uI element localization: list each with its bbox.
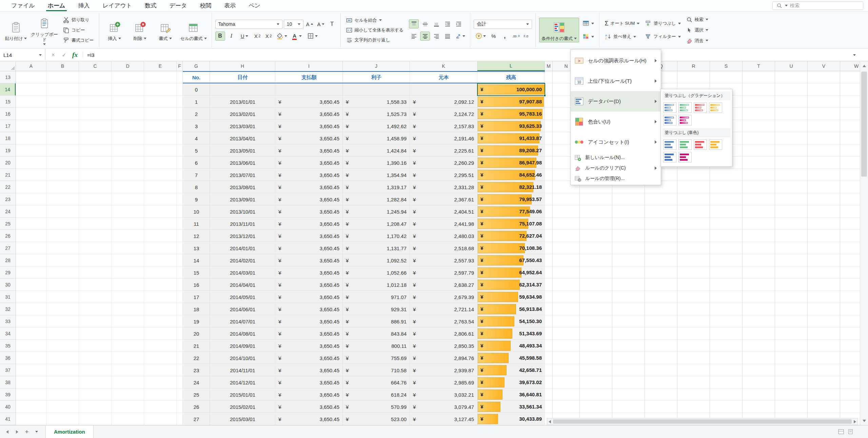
cell-K37[interactable]: ¥2,939.87 [410,364,477,376]
column-header-L[interactable]: L [477,61,545,71]
cell-J18[interactable]: ¥1,458.99 [343,132,410,144]
add-sheet-button[interactable]: + [22,427,31,436]
cell-K41[interactable]: ¥3,127.45 [410,413,477,425]
row-header-28[interactable]: 28 [0,254,16,266]
name-box[interactable]: L14 [0,49,45,61]
column-header-S[interactable]: S [710,61,743,71]
column-header-I[interactable]: I [275,61,343,71]
cell-H38[interactable]: 2014/12/01 [210,376,275,389]
sort-button[interactable]: AZ並べ替え [603,32,641,41]
cell-J41[interactable]: ¥523.00 [343,413,410,425]
cell-H30[interactable]: 2014/04/01 [210,279,275,291]
cell-K23[interactable]: ¥2,367.61 [410,193,477,205]
scroll-up-button[interactable] [860,61,868,70]
cell-H25[interactable]: 2013/11/01 [210,218,275,230]
cell-I29[interactable]: ¥3,650.45 [275,266,343,279]
cell-H28[interactable]: 2014/02/01 [210,254,275,266]
menu-item-new-rule[interactable]: 新しいルール(N)... [571,152,661,163]
cell-G25[interactable]: 11 [183,218,210,230]
databar-style-gradient-3[interactable] [709,102,722,113]
cell-I28[interactable]: ¥3,650.45 [275,254,343,266]
previous-sheet-button[interactable] [3,427,12,436]
cell-I21[interactable]: ¥3,650.45 [275,169,343,181]
cell-I34[interactable]: ¥3,650.45 [275,327,343,340]
page-layout-view-icon[interactable] [847,429,854,435]
cell-L35[interactable]: ¥48,493.34 [477,340,545,352]
menu-item-highlight-cells[interactable]: >セルの強調表示ルール(H) [571,51,661,71]
cell-I31[interactable]: ¥3,650.45 [275,291,343,303]
cell-H26[interactable]: 2013/12/01 [210,230,275,242]
select-button[interactable]: 選択 [684,25,710,35]
cell-H16[interactable]: 2013/02/01 [210,108,275,120]
menu-item-icon-sets[interactable]: アイコンセット(I) [571,132,661,152]
cell-K31[interactable]: ¥2,679.39 [410,291,477,303]
cell-K33[interactable]: ¥2,763.54 [410,315,477,327]
clipboard-button[interactable]: クリップボード [29,14,59,46]
cell-G32[interactable]: 18 [183,303,210,315]
cell-K19[interactable]: ¥2,225.61 [410,144,477,157]
cell-G19[interactable]: 5 [183,144,210,157]
column-header-C[interactable]: C [79,61,112,71]
cell-H23[interactable]: 2013/09/01 [210,193,275,205]
format-as-table-button[interactable] [581,19,596,28]
cell-H41[interactable]: 2015/03/01 [210,413,275,425]
enter-button[interactable]: ✓ [59,52,69,58]
cell-K24[interactable]: ¥2,404.51 [410,205,477,218]
cell-I32[interactable]: ¥3,650.45 [275,303,343,315]
cell-J32[interactable]: ¥929.31 [343,303,410,315]
scroll-left-icon[interactable] [549,420,551,423]
cell-K20[interactable]: ¥2,260.29 [410,157,477,169]
cell-L26[interactable]: ¥72,627.04 [477,230,545,242]
cell-G23[interactable]: 9 [183,193,210,205]
cell-K22[interactable]: ¥2,331.28 [410,181,477,193]
cell-I41[interactable]: ¥3,650.45 [275,413,343,425]
cell-L37[interactable]: ¥42,658.71 [477,364,545,376]
align-left-button[interactable] [409,32,419,41]
row-header-26[interactable]: 26 [0,230,16,242]
cell-L18[interactable]: ¥91,433.87 [477,132,545,144]
cell-L41[interactable]: ¥30,433.89 [477,413,545,425]
percent-format-button[interactable]: % [489,32,498,41]
ribbon-tab-8[interactable]: ペン [242,0,267,11]
cell-H40[interactable]: 2015/02/01 [210,401,275,413]
cell-G38[interactable]: 24 [183,376,210,389]
cut-button[interactable]: 切り取り [61,15,96,24]
column-header-E[interactable]: E [144,61,177,71]
cell-J31[interactable]: ¥971.07 [343,291,410,303]
cell-J24[interactable]: ¥1,245.94 [343,205,410,218]
cell-I15[interactable]: ¥3,650.45 [275,96,343,108]
row-header-29[interactable]: 29 [0,266,16,279]
cell-L29[interactable]: ¥64,952.64 [477,266,545,279]
cell-H29[interactable]: 2014/03/01 [210,266,275,279]
cell-J27[interactable]: ¥1,131.77 [343,242,410,254]
find-button[interactable]: 検索 [684,15,710,24]
cell-K36[interactable]: ¥2,894.76 [410,352,477,364]
cell-L38[interactable]: ¥39,673.02 [477,376,545,389]
cell-J13[interactable]: 利子 [343,71,410,83]
cell-K17[interactable]: ¥2,157.83 [410,120,477,132]
cell-H36[interactable]: 2014/10/01 [210,352,275,364]
cell-I25[interactable]: ¥3,650.45 [275,218,343,230]
cell-L31[interactable]: ¥59,634.98 [477,291,545,303]
row-header-31[interactable]: 31 [0,291,16,303]
formula-input[interactable]: =I3 [83,52,853,58]
cell-H15[interactable]: 2013/01/01 [210,96,275,108]
cell-H32[interactable]: 2014/06/01 [210,303,275,315]
sheet-tab-amortization[interactable]: Amortization [45,425,94,438]
grid-area[interactable]: No.日付支払額利子元本残高0¥100,000.0012013/01/01¥3,… [16,71,860,425]
cell-G31[interactable]: 17 [183,291,210,303]
cell-I18[interactable]: ¥3,650.45 [275,132,343,144]
row-header-23[interactable]: 23 [0,193,16,205]
cell-L20[interactable]: ¥86,947.98 [477,157,545,169]
increase-font-button[interactable]: A [305,20,315,29]
insert-function-button[interactable]: fx [70,51,80,59]
cell-K21[interactable]: ¥2,295.51 [410,169,477,181]
column-header-R[interactable]: R [677,61,710,71]
cell-G37[interactable]: 23 [183,364,210,376]
autosum-button[interactable]: Σオート SUM [603,19,641,28]
cell-G26[interactable]: 12 [183,230,210,242]
cell-I24[interactable]: ¥3,650.45 [275,205,343,218]
scroll-down-button[interactable] [860,416,868,425]
cell-K18[interactable]: ¥2,191.46 [410,132,477,144]
cell-L17[interactable]: ¥93,625.33 [477,120,545,132]
